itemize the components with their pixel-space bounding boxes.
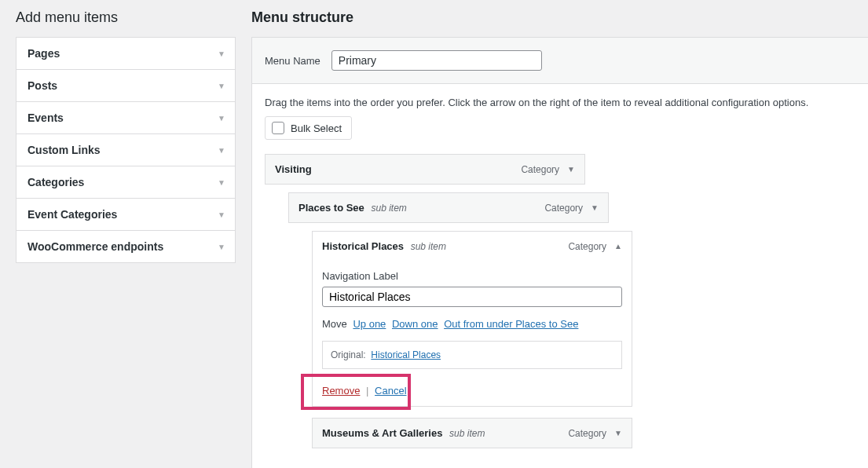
add-menu-items-heading: Add menu items (16, 9, 236, 26)
menu-item-places-to-see[interactable]: Places to See sub item Category ▼ (288, 192, 609, 223)
add-menu-accordion: Pages ▼ Posts ▼ Events ▼ Custom Links ▼ … (16, 37, 236, 263)
acc-section-woocommerce[interactable]: WooCommerce endpoints ▼ (16, 230, 235, 262)
instructions-text: Drag the items into the order you prefer… (252, 84, 868, 116)
caret-down-icon[interactable]: ▼ (614, 429, 622, 437)
acc-section-pages[interactable]: Pages ▼ (16, 38, 235, 69)
nav-label-title: Navigation Label (322, 270, 622, 282)
sub-item-label: sub item (371, 203, 406, 214)
caret-down-icon: ▼ (218, 210, 225, 219)
acc-section-event-categories[interactable]: Event Categories ▼ (16, 198, 235, 230)
menu-items-list: Visiting Category ▼ Places to See sub it… (252, 151, 868, 468)
caret-down-icon: ▼ (218, 146, 225, 155)
nav-label-input[interactable] (322, 287, 622, 307)
acc-section-categories[interactable]: Categories ▼ (16, 166, 235, 198)
caret-down-icon[interactable]: ▼ (567, 165, 575, 174)
sub-item-label: sub item (449, 428, 485, 439)
original-link[interactable]: Historical Places (371, 349, 441, 360)
remove-link[interactable]: Remove (322, 385, 360, 397)
acc-label: Event Categories (27, 208, 117, 221)
menu-name-label: Menu Name (265, 55, 320, 67)
original-box: Original: Historical Places (322, 341, 622, 369)
caret-down-icon: ▼ (218, 243, 225, 251)
menu-item-title: Visiting (275, 163, 312, 175)
acc-label: Pages (27, 47, 60, 60)
acc-label: Posts (27, 79, 57, 92)
acc-label: Events (27, 112, 64, 124)
menu-item-type: Category (568, 428, 606, 439)
menu-name-bar: Menu Name (252, 38, 868, 84)
menu-item-type: Category (544, 203, 583, 214)
menu-item-visiting[interactable]: Visiting Category ▼ (265, 154, 585, 185)
move-down-link[interactable]: Down one (392, 318, 438, 330)
menu-structure-heading: Menu structure (251, 9, 868, 26)
acc-label: Custom Links (27, 144, 101, 156)
bulk-select-button[interactable]: Bulk Select (265, 116, 352, 140)
bulk-select-label: Bulk Select (291, 122, 342, 134)
menu-structure-panel: Menu Name Drag the items into the order … (251, 37, 868, 468)
acc-label: Categories (27, 176, 84, 188)
caret-down-icon: ▼ (218, 49, 225, 58)
menu-name-input[interactable] (331, 50, 542, 71)
separator: | (366, 385, 368, 397)
menu-item-historical-places[interactable]: Historical Places sub item Category ▲ (312, 231, 632, 261)
move-out-link[interactable]: Out from under Places to See (444, 318, 578, 330)
remove-cancel-line: Remove | Cancel (322, 385, 622, 397)
caret-down-icon: ▼ (218, 82, 225, 90)
caret-down-icon: ▼ (218, 178, 225, 187)
menu-item-type: Category (521, 164, 559, 175)
menu-item-title: Museums & Art Galleries (322, 427, 442, 439)
acc-section-custom-links[interactable]: Custom Links ▼ (16, 133, 235, 166)
sub-item-label: sub item (411, 241, 446, 252)
menu-item-title: Places to See (298, 202, 364, 214)
caret-up-icon[interactable]: ▲ (614, 242, 622, 250)
menu-item-type: Category (568, 241, 606, 252)
acc-section-events[interactable]: Events ▼ (16, 101, 235, 133)
move-up-link[interactable]: Up one (353, 318, 386, 330)
checkbox-icon (272, 122, 284, 134)
caret-down-icon: ▼ (218, 114, 225, 122)
cancel-link[interactable]: Cancel (375, 385, 406, 397)
move-label: Move (322, 318, 347, 330)
menu-item-settings-panel: Navigation Label Move Up one Down one Ou… (312, 261, 632, 407)
original-label: Original: (331, 349, 366, 360)
menu-item-museums[interactable]: Museums & Art Galleries sub item Categor… (312, 418, 632, 448)
acc-label: WooCommerce endpoints (27, 240, 163, 253)
acc-section-posts[interactable]: Posts ▼ (16, 69, 235, 101)
menu-item-title: Historical Places (322, 240, 404, 252)
caret-down-icon[interactable]: ▼ (591, 203, 599, 212)
